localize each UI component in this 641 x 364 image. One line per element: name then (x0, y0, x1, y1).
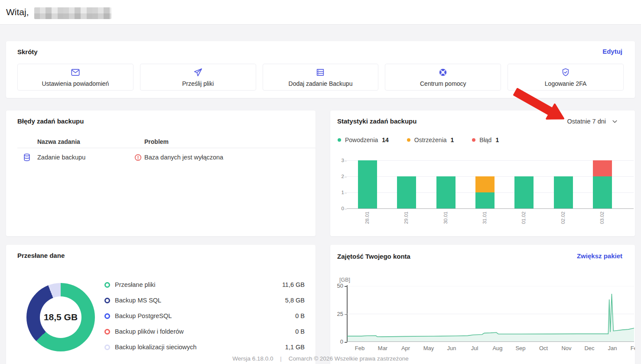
date-range-dropdown[interactable]: Ostatnie 7 dni (567, 118, 618, 125)
bar-segment-Powodzenia (436, 176, 456, 208)
bar-x-category-label: 28.01 (364, 211, 370, 224)
legend-label: Powodzenia (345, 136, 378, 143)
donut-legend-row: Backup MS SQL 5,8 GB (104, 292, 305, 308)
donut-legend-label: Przesłane pliki (115, 281, 156, 288)
legend-item: Błąd 1 (472, 136, 499, 143)
bar-segment-Powodzenia (397, 176, 416, 208)
bar-y-tick-label: 3 (336, 158, 344, 163)
shortcut-label: Logowanie 2FA (545, 80, 587, 87)
usage-month-label: May (423, 345, 434, 351)
donut-legend-label: Backup plików i folderów (115, 328, 184, 335)
errors-table-header: Nazwa zadania Problem (17, 136, 304, 148)
shortcuts-title: Skróty (17, 48, 38, 55)
bar-gridline (347, 208, 634, 209)
stats-legend: Powodzenia 14 Ostrzeżenia 1 Błąd 1 (338, 136, 499, 143)
bar-stack-28.01 (358, 160, 377, 208)
usage-month-label: Feb (631, 345, 635, 351)
donut-legend-value: 11,6 GB (282, 281, 305, 288)
usage-month-label: Sep (515, 345, 525, 351)
footer-separator: | (280, 355, 282, 362)
donut-legend-value: 0 B (295, 328, 305, 335)
errors-table-rows: Zadanie backupu Baza danych jest wyłączo… (17, 148, 304, 166)
footer-version: Wersja 6.18.0.0 (232, 355, 273, 362)
footer-copyright: Comarch © 2026 Wszelkie prawa zastrzeżon… (289, 355, 409, 362)
account-usage-panel: Zajętość Twojego konta Zwiększ pakiet [G… (330, 245, 635, 364)
shield-check-icon (561, 68, 570, 77)
shortcut-card-2[interactable]: Prześlij pliki (140, 64, 256, 91)
shortcut-list: Ustawienia powiadomień Prześlij pliki Do… (17, 64, 624, 91)
uploaded-donut-chart: 18,5 GB (26, 283, 95, 351)
usage-month-label: Apr (401, 345, 410, 351)
account-usage-title: Zajętość Twojego konta (337, 253, 410, 260)
donut-legend-ring (104, 298, 110, 303)
usage-line (347, 294, 634, 337)
column-problem: Problem (144, 138, 169, 145)
shortcut-card-5[interactable]: Logowanie 2FA (508, 64, 624, 91)
bar-gridline (347, 160, 634, 161)
error-problem-text: Baza danych jest wyłączona (144, 154, 223, 161)
legend-dot (338, 138, 341, 142)
bar-segment-Powodzenia (358, 160, 377, 208)
backup-stats-title: Statystyki zadań backupu (337, 117, 416, 125)
bar-stack-03.02 (593, 160, 612, 208)
bar-y-tick-mark (345, 193, 347, 193)
bar-y-tick-label: 2 (336, 174, 344, 179)
error-task-name: Zadanie backupu (37, 154, 85, 161)
legend-count: 14 (382, 136, 389, 143)
shortcut-card-3[interactable]: Dodaj zadanie Backupu (263, 64, 379, 91)
bar-segment-Błąd (593, 160, 612, 176)
edit-shortcuts-link[interactable]: Edytuj (602, 48, 622, 55)
uploaded-legend: Przesłane pliki 11,6 GB Backup MS SQL 5,… (104, 277, 305, 355)
usage-month-label: Jan (608, 345, 617, 351)
uploaded-data-panel: Przesłane dane 18,5 GB Przesłane pliki 1… (6, 245, 316, 364)
bar-segment-Powodzenia (475, 192, 495, 208)
error-table-row[interactable]: Zadanie backupu Baza danych jest wyłączo… (17, 148, 304, 166)
bar-stack-30.01 (436, 176, 456, 208)
send-icon (193, 68, 203, 77)
bar-x-category-label: 30.01 (443, 211, 448, 224)
increase-plan-link[interactable]: Zwiększ pakiet (577, 252, 622, 260)
usage-month-label: Aug (492, 345, 502, 351)
usage-month-label: Oct (539, 345, 548, 351)
shortcut-card-1[interactable]: Ustawienia powiadomień (17, 64, 133, 91)
usage-month-label: Mar (378, 345, 387, 351)
usage-month-label: Dec (584, 345, 594, 351)
help-center-icon (438, 68, 448, 77)
bar-segment-Ostrzeżenia (475, 176, 495, 192)
warning-icon (134, 154, 142, 161)
usage-unit-label: [GB] (339, 277, 350, 283)
shortcut-label: Prześlij pliki (182, 80, 214, 87)
donut-legend-label: Backup PostgreSQL (115, 312, 172, 319)
bar-y-tick-mark (345, 161, 347, 161)
shortcut-label: Dodaj zadanie Backupu (289, 80, 353, 87)
usage-area-svg (347, 286, 634, 342)
shortcut-label: Ustawienia powiadomień (42, 80, 109, 87)
donut-legend-ring (104, 313, 110, 319)
date-range-value: Ostatnie 7 dni (567, 118, 606, 125)
usage-area-chart (347, 286, 634, 342)
bar-y-tick-mark (345, 209, 347, 209)
database-icon (23, 153, 31, 162)
bar-stack-29.01 (397, 176, 416, 208)
greeting-text: Witaj, (6, 7, 29, 17)
shortcut-card-4[interactable]: Centrum pomocy (385, 64, 501, 91)
bar-x-category-label: 03.02 (599, 211, 605, 224)
bar-x-category-label: 02.02 (560, 211, 566, 224)
donut-legend-row: Backup lokalizacji sieciowych 1,1 GB (104, 339, 305, 355)
legend-dot (472, 138, 475, 142)
shortcuts-panel: Skróty Edytuj Ustawienia powiadomień Prz… (6, 41, 635, 98)
bar-segment-Powodzenia (593, 176, 612, 208)
column-task-name: Nazwa zadania (37, 138, 80, 145)
chevron-down-icon (612, 118, 618, 125)
donut-legend-ring (104, 282, 110, 288)
donut-legend-label: Backup lokalizacji sieciowych (115, 344, 197, 351)
bar-x-category-label: 01.02 (521, 211, 526, 224)
bar-segment-Powodzenia (514, 176, 534, 208)
bar-y-tick-label: 0 (336, 206, 344, 211)
bar-y-tick-mark (345, 177, 347, 177)
bar-stack-31.01 (475, 176, 495, 208)
bar-segment-Powodzenia (554, 176, 573, 208)
bar-x-category-label: 29.01 (403, 211, 409, 224)
user-name-redacted (34, 7, 111, 19)
bar-stack-01.02 (514, 176, 534, 208)
